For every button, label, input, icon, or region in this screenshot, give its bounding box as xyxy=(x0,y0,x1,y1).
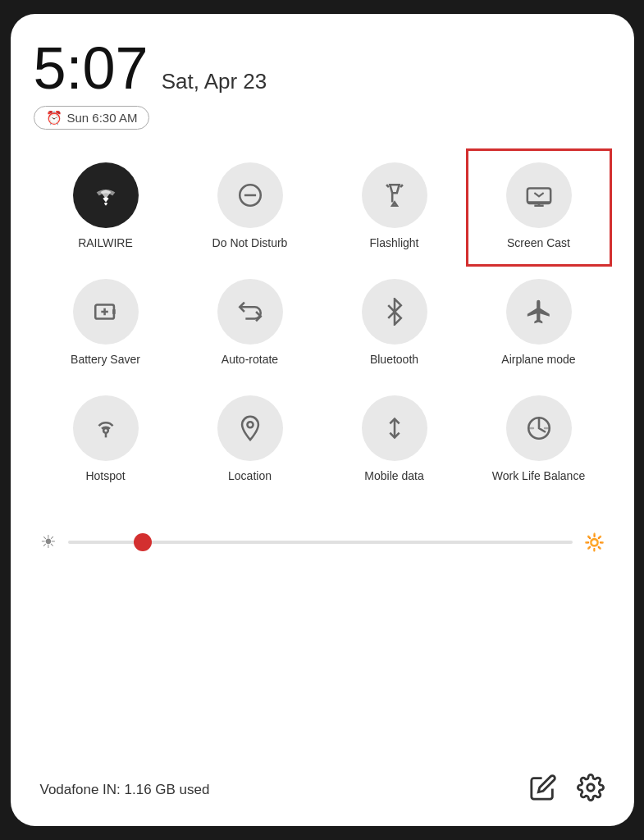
time-row: 5:07 Sat, Apr 23 xyxy=(34,39,611,98)
toggle-autorotate[interactable]: Auto-rotate xyxy=(178,266,322,382)
phone-screen: 5:07 Sat, Apr 23 ⏰ Sun 6:30 AM RAILWIRE xyxy=(11,14,634,826)
toggle-label-battery: Battery Saver xyxy=(71,353,140,366)
brightness-row: ☀ 🔆 xyxy=(34,515,611,569)
clock-date: Sat, Apr 23 xyxy=(162,69,267,94)
toggle-location[interactable]: Location xyxy=(178,382,322,499)
svg-point-10 xyxy=(247,422,253,427)
toggle-flashlight[interactable]: Flashlight xyxy=(322,149,467,266)
toggle-battery[interactable]: Battery Saver xyxy=(34,266,178,382)
svg-point-13 xyxy=(587,784,594,792)
toggle-label-bluetooth: Bluetooth xyxy=(370,353,418,366)
toggle-circle-dnd xyxy=(217,162,283,228)
toggle-airplane[interactable]: Airplane mode xyxy=(467,266,611,382)
screencast-icon xyxy=(525,181,553,209)
bluetooth-icon xyxy=(381,298,409,326)
brightness-slider[interactable] xyxy=(68,541,573,544)
toggle-worklife[interactable]: Work Life Balance xyxy=(467,382,611,499)
brightness-high-icon: 🔆 xyxy=(584,532,605,552)
edit-icon[interactable] xyxy=(529,774,557,806)
quick-toggles-grid: RAILWIRE Do Not Disturb xyxy=(34,149,611,499)
toggle-circle-mobiledata xyxy=(362,395,427,461)
location-icon xyxy=(236,414,264,442)
toggle-mobiledata[interactable]: Mobile data xyxy=(322,382,467,499)
toggle-label-mobiledata: Mobile data xyxy=(364,469,423,482)
alarm-badge[interactable]: ⏰ Sun 6:30 AM xyxy=(34,106,150,130)
toggle-circle-flashlight xyxy=(362,162,427,228)
toggle-bluetooth[interactable]: Bluetooth xyxy=(322,266,467,382)
alarm-time: Sun 6:30 AM xyxy=(67,111,138,125)
brightness-low-icon: ☀ xyxy=(40,532,57,553)
svg-point-8 xyxy=(103,428,108,433)
toggle-circle-screencast xyxy=(506,162,572,228)
data-usage-text: Vodafone IN: 1.16 GB used xyxy=(40,782,210,798)
autorotate-icon xyxy=(236,298,264,326)
toggle-circle-battery xyxy=(73,279,139,345)
toggle-label-airplane: Airplane mode xyxy=(501,353,575,366)
toggle-screencast[interactable]: Screen Cast xyxy=(467,149,611,266)
bottom-bar: Vodafone IN: 1.16 GB used xyxy=(34,762,611,810)
svg-line-2 xyxy=(386,185,389,187)
toggle-hotspot[interactable]: Hotspot xyxy=(34,382,178,499)
toggle-label-hotspot: Hotspot xyxy=(85,469,125,482)
brightness-thumb[interactable] xyxy=(134,533,152,551)
clock-time: 5:07 xyxy=(34,39,148,98)
toggle-label-worklife: Work Life Balance xyxy=(492,469,585,482)
hotspot-icon xyxy=(92,414,120,442)
wifi-icon xyxy=(92,181,120,209)
toggle-circle-bluetooth xyxy=(362,279,427,345)
toggle-label-wifi: RAILWIRE xyxy=(78,236,133,249)
toggle-label-autorotate: Auto-rotate xyxy=(222,353,278,366)
toggle-circle-location xyxy=(217,395,283,461)
bottom-icons xyxy=(529,774,605,806)
toggle-circle-autorotate xyxy=(217,279,283,345)
svg-line-3 xyxy=(400,185,403,187)
alarm-icon: ⏰ xyxy=(46,110,62,126)
dnd-icon xyxy=(236,181,264,209)
toggle-circle-airplane xyxy=(506,279,572,345)
battery-icon xyxy=(92,298,120,326)
worklife-icon xyxy=(525,414,553,442)
toggle-wifi[interactable]: RAILWIRE xyxy=(34,149,178,266)
toggle-dnd[interactable]: Do Not Disturb xyxy=(178,149,322,266)
settings-icon[interactable] xyxy=(577,774,605,806)
toggle-circle-wifi xyxy=(73,162,139,228)
toggle-label-location: Location xyxy=(228,469,272,482)
flashlight-icon xyxy=(381,181,409,209)
toggle-circle-worklife xyxy=(506,395,572,461)
toggle-circle-hotspot xyxy=(73,395,139,461)
toggle-label-dnd: Do Not Disturb xyxy=(212,236,288,249)
toggle-label-screencast: Screen Cast xyxy=(507,236,570,249)
toggle-label-flashlight: Flashlight xyxy=(370,236,419,249)
airplane-icon xyxy=(525,298,553,326)
mobiledata-icon xyxy=(381,414,409,442)
